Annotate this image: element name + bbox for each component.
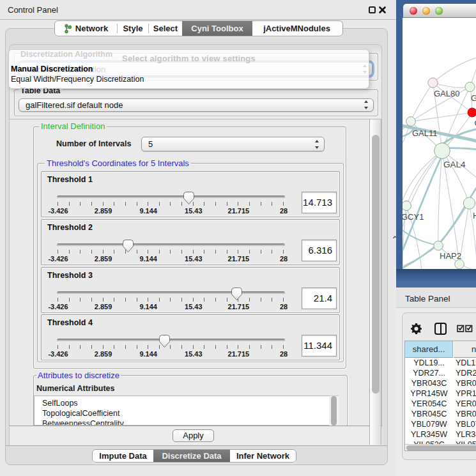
svg-text:HIS4: HIS4: [473, 211, 476, 220]
svg-text:GAL4: GAL4: [443, 160, 466, 169]
svg-text:GAL80: GAL80: [471, 93, 476, 103]
svg-text:GAL80: GAL80: [434, 89, 459, 98]
svg-text:HAP2: HAP2: [440, 251, 461, 261]
svg-text:GCY1: GCY1: [403, 212, 424, 222]
svg-text:GAL11: GAL11: [412, 128, 438, 138]
